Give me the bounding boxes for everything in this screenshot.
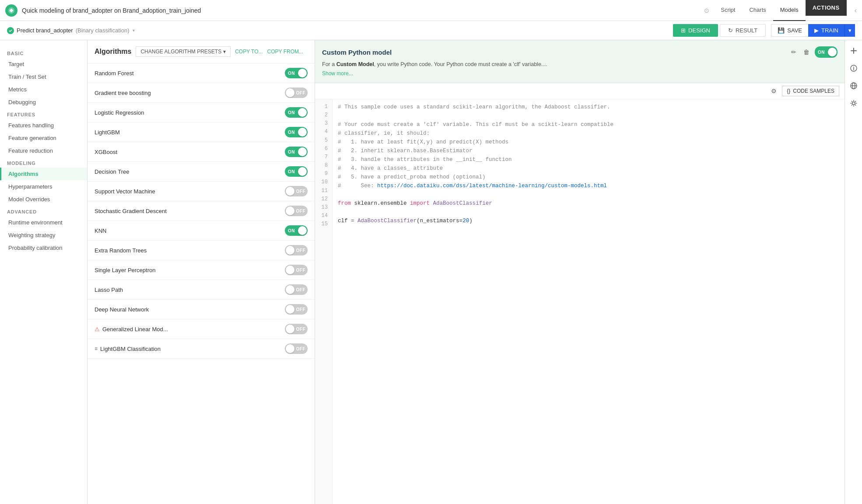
app-logo: [5, 4, 18, 17]
result-tab[interactable]: ↻ RESULT: [720, 24, 766, 37]
algo-row-lasso: Lasso Path OFF: [88, 280, 315, 300]
algo-row-logistic-regression: Logistic Regression ON: [88, 103, 315, 122]
change-presets-button[interactable]: CHANGE ALGORITHM PRESETS ▾: [136, 46, 231, 57]
code-line-3: # Your code must create a 'clf' variable…: [338, 120, 839, 129]
algo-toggle-dnn[interactable]: OFF: [285, 304, 308, 315]
topbar: Quick modeling of brand_adopter on Brand…: [0, 0, 862, 21]
sidebar-item-train-test[interactable]: Train / Test Set: [0, 70, 87, 83]
sidebar-item-debugging[interactable]: Debugging: [0, 96, 87, 108]
algo-row-xgboost: XGBoost ON: [88, 142, 315, 162]
code-panel: Custom Python model ✏ 🗑 ON For a Custom …: [315, 40, 844, 504]
predict-label: Predict brand_adopter: [17, 27, 73, 34]
sidebar-item-hyperparameters[interactable]: Hyperparameters: [0, 180, 87, 193]
code-line-2: [338, 112, 839, 120]
save-button[interactable]: 💾 SAVE: [771, 24, 808, 37]
algo-name-xgboost: XGBoost: [95, 149, 117, 155]
algo-name-decision-tree: Decision Tree: [95, 168, 129, 175]
algo-toggle-xgboost[interactable]: ON: [285, 147, 308, 157]
sidebar-item-model-overrides[interactable]: Model Overrides: [0, 193, 87, 206]
algo-toggle-random-forest[interactable]: ON: [285, 68, 308, 78]
predict-badge: Predict brand_adopter (Binary classifica…: [7, 27, 135, 34]
globe-icon[interactable]: [847, 79, 861, 93]
algorithm-header: Algorithms CHANGE ALGORITHM PRESETS ▾ CO…: [88, 40, 315, 63]
result-icon: ↻: [728, 27, 733, 34]
sidebar-item-algorithms[interactable]: Algorithms: [0, 168, 87, 180]
algo-toggle-knn[interactable]: ON: [285, 225, 308, 236]
info-icon[interactable]: [847, 61, 861, 75]
right-sidebar: [844, 40, 862, 504]
code-line-13: [338, 208, 839, 217]
nav-charts[interactable]: Charts: [742, 0, 773, 21]
algo-toggle-sgd[interactable]: OFF: [285, 206, 308, 216]
algo-name-glm: ⚠ Generalized Linear Mod...: [95, 326, 168, 332]
nav-models[interactable]: Models: [773, 0, 806, 21]
algo-toggle-lightgbm[interactable]: ON: [285, 127, 308, 137]
algo-toggle-slp[interactable]: OFF: [285, 265, 308, 275]
algo-row-lightgbm: LightGBM ON: [88, 122, 315, 142]
sidebar-section-advanced: ADVANCED: [0, 206, 87, 216]
algo-toggle-svm[interactable]: OFF: [285, 186, 308, 196]
line-numbers: 1 2 3 4 5 6 7 8 9 10 11 12 13 14 15: [315, 99, 333, 504]
sidebar-item-feature-reduction[interactable]: Feature reduction: [0, 144, 87, 157]
algo-name-sgd: Stochastic Gradient Descent: [95, 208, 167, 214]
edit-button[interactable]: ✏: [789, 47, 798, 57]
svg-point-5: [852, 102, 855, 105]
show-more-link[interactable]: Show more...: [322, 70, 837, 77]
algo-name-logistic-regression: Logistic Regression: [95, 109, 144, 116]
list-icon: ≡: [95, 346, 98, 352]
main-layout: BASIC Target Train / Test Set Metrics De…: [0, 40, 862, 504]
algo-toggle-decision-tree[interactable]: ON: [285, 166, 308, 177]
train-button[interactable]: ▶ TRAIN: [808, 24, 844, 37]
algo-row-svm: Support Vector Machine OFF: [88, 182, 315, 201]
algo-row-dnn: Deep Neural Network OFF: [88, 300, 315, 319]
algo-name-random-forest: Random Forest: [95, 70, 134, 77]
sidebar-item-weighting-strategy[interactable]: Weighting strategy: [0, 229, 87, 242]
custom-model-toggle[interactable]: ON: [815, 46, 837, 58]
code-line-10: # See: https://doc.dataiku.com/dss/lates…: [338, 182, 839, 190]
nav-script[interactable]: Script: [714, 0, 742, 21]
actions-button[interactable]: ACTIONS: [806, 0, 847, 16]
back-button[interactable]: ‹: [855, 7, 857, 14]
save-icon: 💾: [778, 27, 785, 34]
algo-row-extra-random: Extra Random Trees OFF: [88, 241, 315, 260]
custom-model-header: Custom Python model ✏ 🗑 ON For a Custom …: [315, 40, 844, 83]
custom-model-title-left: Custom Python model: [322, 49, 392, 56]
custom-model-link: Custom Model: [336, 61, 374, 67]
algo-name-gradient-tree: Gradient tree boosting: [95, 90, 151, 96]
code-line-14: clf = AdaBoostClassifier(n_estimators=20…: [338, 217, 839, 225]
algo-name-lasso: Lasso Path: [95, 287, 123, 293]
algo-name-lightgbm-class: ≡ LightGBM Classification: [95, 346, 161, 352]
algorithm-panel: Algorithms CHANGE ALGORITHM PRESETS ▾ CO…: [88, 40, 315, 504]
sidebar-item-target[interactable]: Target: [0, 58, 87, 70]
settings-icon[interactable]: [847, 96, 861, 110]
code-line-4: # classifier, ie, it should:: [338, 129, 839, 138]
code-samples-button[interactable]: {} CODE SAMPLES: [782, 86, 839, 96]
sidebar-section-features: FEATURES: [0, 108, 87, 119]
code-content[interactable]: # This sample code uses a standard sciki…: [333, 99, 844, 504]
plus-icon[interactable]: [847, 44, 861, 58]
algo-row-gradient-tree: Gradient tree boosting OFF: [88, 83, 315, 103]
algo-toggle-lightgbm-class[interactable]: OFF: [285, 343, 308, 354]
algo-row-knn: KNN ON: [88, 221, 315, 241]
sidebar-item-feature-generation[interactable]: Feature generation: [0, 132, 87, 144]
algo-row-decision-tree: Decision Tree ON: [88, 162, 315, 182]
predict-dropdown-arrow[interactable]: ▾: [133, 28, 135, 33]
dropdown-arrow-icon: ▾: [223, 49, 226, 55]
sidebar-item-features-handling[interactable]: Features handling: [0, 119, 87, 132]
algo-row-glm: ⚠ Generalized Linear Mod... OFF: [88, 319, 315, 339]
sidebar-item-probability-calibration[interactable]: Probability calibration: [0, 242, 87, 254]
algo-toggle-lasso[interactable]: OFF: [285, 284, 308, 295]
sidebar-item-metrics[interactable]: Metrics: [0, 83, 87, 96]
algo-toggle-gradient-tree[interactable]: OFF: [285, 88, 308, 98]
train-dropdown-button[interactable]: ▾: [844, 24, 855, 37]
algo-toggle-glm[interactable]: OFF: [285, 324, 308, 334]
algo-toggle-logistic-regression[interactable]: ON: [285, 107, 308, 118]
content-area: Algorithms CHANGE ALGORITHM PRESETS ▾ CO…: [88, 40, 862, 504]
delete-button[interactable]: 🗑: [802, 47, 811, 57]
gear-button[interactable]: ⚙: [769, 86, 778, 96]
design-tab[interactable]: ⊞ DESIGN: [673, 24, 718, 37]
algo-toggle-extra-random[interactable]: OFF: [285, 245, 308, 256]
copy-to-link[interactable]: COPY TO...: [235, 49, 263, 55]
copy-from-link[interactable]: COPY FROM...: [267, 49, 303, 55]
sidebar-item-runtime-env[interactable]: Runtime environment: [0, 216, 87, 229]
